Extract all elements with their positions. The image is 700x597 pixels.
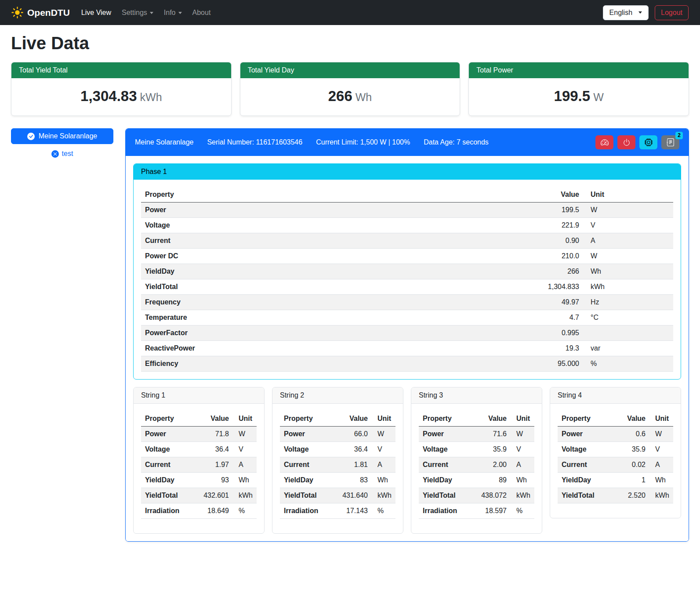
value-cell: 89	[477, 473, 511, 488]
value-cell: 438.072	[477, 488, 511, 503]
speedometer-icon	[601, 138, 609, 146]
nav-item-live-view[interactable]: Live View	[76, 5, 116, 20]
unit-cell: Hz	[583, 295, 673, 310]
value-cell: 18.597	[477, 503, 511, 519]
property-cell: Current	[558, 457, 622, 473]
card-value: 1,304.83kWh	[11, 78, 231, 116]
table-row: Voltage35.9V	[419, 442, 534, 457]
value-cell: 0.6	[622, 427, 649, 442]
nav-item-settings[interactable]: Settings	[116, 5, 159, 20]
value-unit: kWh	[140, 91, 162, 103]
property-cell: YieldDay	[141, 473, 199, 488]
string-table: Property Value Unit Power66.0W Voltage36…	[280, 411, 395, 519]
unit-cell: W	[583, 249, 673, 264]
table-row: Power199.5W	[141, 203, 673, 218]
unit-cell: kWh	[511, 488, 534, 503]
unit-cell: W	[583, 203, 673, 218]
sidebar-item-test-label: test	[62, 150, 73, 158]
column-header-property: Property	[141, 411, 199, 427]
event-log-button[interactable]: 2	[661, 135, 679, 149]
value-cell: 93	[199, 473, 233, 488]
sun-icon	[11, 7, 23, 18]
table-row: Power71.6W	[419, 427, 534, 442]
power-icon	[623, 138, 631, 146]
property-cell: YieldTotal	[558, 488, 622, 503]
value-cell: 17.143	[338, 503, 372, 519]
column-header-unit: Unit	[233, 411, 257, 427]
brand-label: OpenDTU	[27, 7, 70, 18]
power-control-button[interactable]	[617, 135, 635, 149]
value-cell: 1.97	[199, 457, 233, 473]
limit-settings-button[interactable]	[595, 135, 613, 149]
table-row: Voltage36.4V	[141, 442, 257, 457]
phase-card-title: Phase 1	[134, 164, 681, 180]
value-cell: 66.0	[338, 427, 372, 442]
event-count-badge: 2	[675, 132, 683, 139]
value-cell: 1.81	[338, 457, 372, 473]
inverter-limit: Current Limit: 1,500 W | 100%	[316, 138, 410, 146]
inverter-panel-body: Phase 1 Property Value Unit	[126, 156, 689, 541]
inverter-panel: Meine Solaranlage Serial Number: 1161716…	[125, 128, 689, 542]
string-table: Property Value Unit Power71.8W Voltage36…	[141, 411, 257, 519]
inverter-panel-header: Meine Solaranlage Serial Number: 1161716…	[126, 129, 689, 156]
card-title: Total Yield Day	[240, 62, 460, 78]
property-cell: YieldTotal	[280, 488, 338, 503]
string-card-body: Property Value Unit Power71.8W Voltage36…	[134, 404, 264, 533]
device-info-button[interactable]	[639, 135, 657, 149]
table-row: YieldTotal432.601kWh	[141, 488, 257, 503]
column-header-property: Property	[419, 411, 477, 427]
top-navbar: OpenDTU Live View Settings Info About En…	[0, 0, 700, 25]
property-cell: Current	[280, 457, 338, 473]
table-row: YieldDay83Wh	[280, 473, 395, 488]
nav-item-info[interactable]: Info	[159, 5, 187, 20]
value-cell: 35.9	[477, 442, 511, 457]
table-header-row: Property Value Unit	[419, 411, 534, 427]
property-cell: YieldDay	[419, 473, 477, 488]
table-row: Power71.8W	[141, 427, 257, 442]
brand-link[interactable]: OpenDTU	[11, 7, 70, 18]
table-row: Current0.02A	[558, 457, 673, 473]
unit-cell: W	[233, 427, 257, 442]
inverter-data-age: Data Age: 7 seconds	[424, 138, 489, 146]
table-row: Voltage36.4V	[280, 442, 395, 457]
unit-cell: V	[372, 442, 395, 457]
property-cell: Current	[141, 457, 199, 473]
strings-row: String 1 Property Value Unit	[133, 387, 681, 534]
property-cell: Power	[558, 427, 622, 442]
sidebar-item-test[interactable]: test	[11, 150, 113, 158]
string-card-title: String 1	[134, 387, 264, 404]
page-title: Live Data	[11, 33, 689, 53]
property-cell: Voltage	[141, 442, 199, 457]
value-number: 266	[328, 88, 352, 104]
property-cell: Frequency	[141, 295, 526, 310]
value-cell: 432.601	[199, 488, 233, 503]
inverter-select-button[interactable]: Meine Solaranlage	[11, 128, 113, 144]
property-cell: Power	[141, 203, 526, 218]
column-header-property: Property	[280, 411, 338, 427]
journal-text-icon	[667, 138, 675, 146]
table-row: Efficiency95.000%	[141, 356, 673, 372]
value-unit: Wh	[355, 91, 372, 103]
logout-button[interactable]: Logout	[655, 5, 689, 20]
property-cell: Voltage	[419, 442, 477, 457]
unit-cell	[583, 326, 673, 341]
value-cell: 221.9	[526, 218, 583, 233]
total-yield-total-card: Total Yield Total 1,304.83kWh	[11, 62, 232, 116]
table-row: YieldDay1Wh	[558, 473, 673, 488]
property-cell: Irradiation	[419, 503, 477, 519]
table-header-row: Property Value Unit	[141, 411, 257, 427]
card-title: Total Yield Total	[11, 62, 231, 78]
unit-cell: kWh	[583, 279, 673, 295]
property-cell: Voltage	[558, 442, 622, 457]
value-cell: 49.97	[526, 295, 583, 310]
language-select[interactable]: English	[603, 5, 649, 20]
unit-cell: %	[583, 356, 673, 372]
value-cell: 71.6	[477, 427, 511, 442]
caret-down-icon	[178, 12, 182, 14]
value-cell: 83	[338, 473, 372, 488]
property-cell: YieldDay	[558, 473, 622, 488]
string-card-body: Property Value Unit Power0.6W Voltage35.…	[550, 404, 681, 518]
main-row: Meine Solaranlage test Meine Solaranlage…	[11, 128, 689, 542]
nav-item-about[interactable]: About	[187, 5, 216, 20]
table-row: Power0.6W	[558, 427, 673, 442]
